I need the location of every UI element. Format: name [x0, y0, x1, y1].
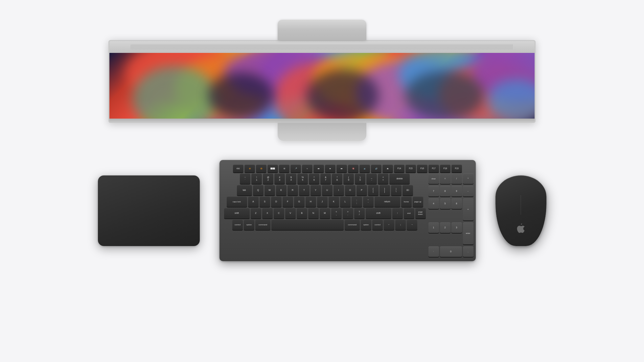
key-home[interactable]: home: [401, 196, 412, 207]
key-np-eq[interactable]: =: [440, 173, 450, 184]
key-7[interactable]: &7: [320, 173, 331, 184]
key-f10[interactable]: 🔇: [348, 165, 358, 172]
key-f14[interactable]: F14: [394, 165, 404, 172]
key-t[interactable]: T: [299, 185, 310, 195]
key-np-dot-l[interactable]: ·: [428, 246, 439, 257]
key-4[interactable]: $4: [286, 173, 296, 184]
key-a[interactable]: A: [248, 196, 259, 207]
key-2[interactable]: @2: [263, 173, 273, 184]
key-b[interactable]: B: [297, 208, 307, 218]
key-v[interactable]: V: [285, 208, 296, 218]
key-equals[interactable]: +=: [378, 173, 388, 184]
key-np2[interactable]: 2: [440, 222, 450, 233]
key-lcontrol[interactable]: control: [232, 219, 243, 230]
key-arrow-left[interactable]: ←: [384, 219, 394, 230]
key-d[interactable]: D: [271, 196, 282, 207]
key-np-minus[interactable]: -: [463, 186, 473, 196]
key-c[interactable]: C: [274, 208, 284, 218]
key-6[interactable]: ^6: [309, 173, 319, 184]
key-rbracket[interactable]: }]: [380, 185, 390, 195]
key-np7[interactable]: 7: [428, 186, 439, 196]
key-loption[interactable]: option: [244, 219, 254, 230]
key-f15[interactable]: F15: [405, 165, 416, 172]
key-3[interactable]: #3: [274, 173, 285, 184]
key-8[interactable]: *8: [332, 173, 342, 184]
key-np5[interactable]: 5: [440, 198, 450, 209]
key-backtick[interactable]: ~`: [240, 173, 250, 184]
key-np9[interactable]: 9: [451, 186, 462, 196]
key-l[interactable]: L: [340, 196, 351, 207]
key-tab[interactable]: tab: [237, 185, 252, 195]
key-f18[interactable]: F18: [440, 165, 450, 172]
key-f2[interactable]: 🔆: [256, 165, 266, 172]
key-i[interactable]: I: [334, 185, 344, 195]
key-np0[interactable]: 0: [440, 246, 462, 257]
key-f12[interactable]: 🔊: [371, 165, 381, 172]
key-f3[interactable]: ⬜⬜: [267, 165, 278, 172]
key-5[interactable]: %5: [297, 173, 308, 184]
key-z[interactable]: Z: [251, 208, 261, 218]
key-lbracket[interactable]: {[: [368, 185, 379, 195]
key-f6[interactable]: ∞: [302, 165, 312, 172]
key-f13[interactable]: ⏏: [382, 165, 393, 172]
key-f4[interactable]: ⊞: [279, 165, 289, 172]
magic-keyboard[interactable]: esc 🔅 🔆 ⬜⬜ ⊞ 🎤 ∞ ⏮ ⏯ ⏭ 🔇 🔉 🔊 ⏏ F14 F15 F…: [219, 160, 476, 261]
magic-mouse[interactable]: [495, 175, 546, 246]
key-h[interactable]: H: [306, 196, 316, 207]
key-w[interactable]: W: [264, 185, 275, 195]
key-slash[interactable]: ?/: [354, 208, 365, 218]
key-capslock[interactable]: caps lock: [227, 196, 247, 207]
key-f5[interactable]: 🎤: [290, 165, 301, 172]
key-1[interactable]: !1: [251, 173, 262, 184]
key-clear[interactable]: clear: [428, 173, 439, 184]
key-f7[interactable]: ⏮: [313, 165, 324, 172]
key-k[interactable]: K: [329, 196, 339, 207]
key-arrow-up[interactable]: ↑: [392, 208, 403, 218]
key-minus[interactable]: _-: [366, 173, 377, 184]
key-arrow-right[interactable]: →: [407, 219, 417, 230]
key-f11[interactable]: 🔉: [359, 165, 370, 172]
key-end[interactable]: end: [404, 208, 414, 218]
key-comma[interactable]: <,: [331, 208, 342, 218]
key-np-dot[interactable]: .: [463, 246, 473, 257]
key-np4[interactable]: 4: [428, 198, 439, 209]
key-space[interactable]: [271, 219, 344, 230]
key-semicolon[interactable]: :;: [352, 196, 362, 207]
key-pagedown[interactable]: page down: [415, 208, 426, 218]
key-np6[interactable]: 6: [451, 198, 462, 209]
key-m[interactable]: M: [320, 208, 330, 218]
key-n[interactable]: N: [308, 208, 319, 218]
key-np-enter[interactable]: enter: [463, 222, 473, 244]
key-x[interactable]: X: [262, 208, 273, 218]
key-quote[interactable]: "': [363, 196, 374, 207]
key-f[interactable]: F: [283, 196, 293, 207]
key-o[interactable]: O: [345, 185, 356, 195]
key-y[interactable]: Y: [310, 185, 321, 195]
key-np-mul[interactable]: *: [463, 173, 473, 184]
key-np-plus[interactable]: +: [463, 198, 473, 220]
key-lshift[interactable]: shift: [224, 208, 250, 218]
key-delete[interactable]: delete: [389, 173, 410, 184]
key-u[interactable]: U: [322, 185, 333, 195]
key-f8[interactable]: ⏯: [325, 165, 335, 172]
key-rcontrol[interactable]: control: [372, 219, 383, 230]
key-np8[interactable]: 8: [440, 186, 450, 196]
key-f16[interactable]: F16: [417, 165, 427, 172]
key-f1[interactable]: 🔅: [244, 165, 255, 172]
key-f19[interactable]: F19: [451, 165, 462, 172]
key-e[interactable]: E: [276, 185, 287, 195]
key-np3[interactable]: 3: [451, 222, 462, 233]
key-esc[interactable]: esc: [233, 165, 243, 172]
key-arrow-down[interactable]: ↓: [395, 219, 406, 230]
magic-trackpad[interactable]: [98, 175, 200, 246]
key-return[interactable]: return: [375, 196, 400, 207]
key-lcommand[interactable]: command: [255, 219, 270, 230]
key-roption[interactable]: option: [361, 219, 371, 230]
key-p[interactable]: P: [356, 185, 367, 195]
key-np1[interactable]: 1: [428, 222, 439, 233]
key-period[interactable]: >.: [343, 208, 353, 218]
key-backslash[interactable]: |\: [391, 185, 402, 195]
key-0[interactable]: )0: [355, 173, 365, 184]
key-rshift[interactable]: shift: [366, 208, 391, 218]
key-f17[interactable]: F17: [428, 165, 439, 172]
